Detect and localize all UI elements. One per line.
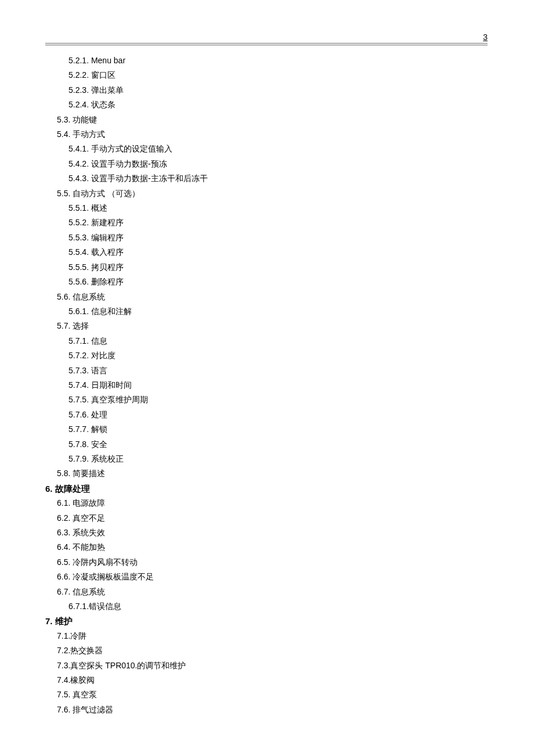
toc-entry: 5.2.3. 弹出菜单: [45, 83, 488, 98]
toc-entry: 5.7.1. 信息: [45, 334, 488, 348]
toc-number: 6.: [45, 484, 53, 494]
toc-title: 冷阱内风扇不转动: [73, 557, 138, 567]
toc-title: 真空不足: [73, 513, 105, 523]
toc-title: 安全: [91, 440, 107, 449]
toc-entry: 5.5.4. 载入程序: [45, 245, 488, 260]
toc-title: 日期和时间: [91, 380, 132, 390]
toc-title: 真空泵维护周期: [91, 395, 148, 404]
toc-entry: 5.7. 选择: [45, 319, 488, 333]
toc-entry: 5.6. 信息系统: [45, 290, 488, 304]
toc-title: 自动方式 （可选）: [73, 189, 140, 198]
toc-entry: 7. 维护: [45, 614, 488, 628]
toc-entry: 5.2.2. 窗口区: [45, 68, 488, 82]
toc-number: 5.7.4.: [68, 380, 89, 390]
toc-number: 6.3.: [57, 528, 70, 537]
toc-entry: 5.7.2. 对比度: [45, 348, 488, 363]
toc-title: 电源故障: [73, 498, 105, 507]
toc-entry: 7.1.冷阱: [45, 629, 488, 643]
toc-entry: 5.4. 手动方式: [45, 127, 488, 142]
toc-number: 5.5.2.: [68, 218, 89, 227]
toc-entry: 5.7.8. 安全: [45, 437, 488, 452]
toc-entry: 5.3. 功能键: [45, 113, 488, 127]
toc-title: 不能加热: [73, 542, 105, 552]
header-rule-2: [45, 45, 488, 45]
toc-number: 5.5.5.: [68, 262, 89, 272]
toc-title: 系统校正: [91, 454, 124, 463]
toc-number: 5.7.6.: [68, 410, 89, 419]
toc-number: 6.5.: [57, 557, 70, 567]
toc-title: 解锁: [91, 424, 107, 434]
toc-title: 弹出菜单: [91, 85, 124, 95]
toc-title: 手动方式的设定值输入: [91, 144, 172, 153]
toc-title: 窗口区: [91, 70, 116, 80]
toc-number: 5.5.4.: [68, 247, 89, 257]
toc-number: 6.4.: [57, 542, 70, 552]
toc-title: 冷阱: [70, 631, 86, 640]
toc-title: 功能键: [73, 115, 97, 124]
toc-title: 信息系统: [73, 587, 105, 596]
toc-title: 设置手动力数据-主冻干和后冻干: [91, 174, 208, 183]
toc-number: 7.4.: [57, 675, 70, 685]
toc-title: 对比度: [91, 351, 116, 360]
toc-number: 6.1.: [57, 498, 70, 507]
toc-title: 状态条: [91, 100, 116, 109]
toc-number: 5.4.3.: [68, 174, 89, 183]
toc-title: 手动方式: [73, 129, 105, 139]
toc-title: 概述: [91, 203, 107, 213]
toc-number: 5.2.1.: [68, 56, 89, 65]
toc-entry: 5.7.3. 语言: [45, 363, 488, 378]
toc-title: 冷凝或搁板板温度不足: [73, 572, 154, 581]
toc-number: 5.7.2.: [68, 351, 89, 360]
toc-title: 橡胶阀: [70, 675, 95, 685]
toc-entry: 5.5.5. 拷贝程序: [45, 260, 488, 275]
toc-title: 错误信息: [89, 602, 121, 611]
toc-entry: 5.6.1. 信息和注解: [45, 304, 488, 319]
toc-title: 真空探头 TPR010.的调节和维护: [70, 661, 186, 670]
toc-title: 信息和注解: [91, 307, 132, 316]
toc-title: 热交换器: [70, 646, 103, 655]
toc-entry: 5.2.1. Menu bar: [45, 53, 488, 68]
toc-entry: 5.8. 简要描述: [45, 466, 488, 481]
toc-number: 7.2.: [57, 646, 70, 655]
toc-entry: 7.5. 真空泵: [45, 687, 488, 702]
toc-number: 5.7.5.: [68, 395, 89, 404]
toc-entry: 5.2.4. 状态条: [45, 98, 488, 112]
toc-entry: 5.7.5. 真空泵维护周期: [45, 393, 488, 407]
document-page: 3 5.2.1. Menu bar5.2.2. 窗口区5.2.3. 弹出菜单5.…: [0, 0, 534, 756]
table-of-contents: 5.2.1. Menu bar5.2.2. 窗口区5.2.3. 弹出菜单5.2.…: [45, 53, 488, 717]
toc-number: 5.5.6.: [68, 277, 89, 286]
toc-entry: 5.4.2. 设置手动力数据-预冻: [45, 157, 488, 171]
toc-entry: 5.7.9. 系统校正: [45, 452, 488, 466]
toc-number: 5.7.7.: [68, 424, 89, 434]
toc-number: 7.1.: [57, 631, 70, 640]
page-number: 3: [483, 33, 488, 42]
toc-entry: 5.7.4. 日期和时间: [45, 378, 488, 393]
toc-entry: 5.7.6. 处理: [45, 408, 488, 422]
toc-number: 7.3.: [57, 661, 70, 670]
toc-number: 7.: [45, 616, 53, 626]
toc-number: 5.4.2.: [68, 159, 89, 168]
toc-title: 选择: [73, 321, 89, 330]
toc-entry: 6.7. 信息系统: [45, 585, 488, 599]
toc-entry: 5.5.1. 概述: [45, 201, 488, 215]
toc-title: 处理: [91, 410, 107, 419]
toc-title: 排气过滤器: [73, 705, 113, 714]
toc-number: 5.4.1.: [68, 144, 89, 153]
toc-entry: 5.5.6. 删除程序: [45, 275, 488, 289]
toc-title: 语言: [91, 366, 107, 375]
toc-entry: 5.5.2. 新建程序: [45, 215, 488, 230]
toc-title: 真空泵: [73, 690, 97, 699]
toc-number: 5.7.3.: [68, 366, 89, 375]
toc-entry: 5.4.1. 手动方式的设定值输入: [45, 142, 488, 156]
toc-entry: 5.7.7. 解锁: [45, 422, 488, 437]
toc-entry: 6.5. 冷阱内风扇不转动: [45, 555, 488, 570]
toc-title: 设置手动力数据-预冻: [91, 159, 167, 168]
toc-number: 5.6.1.: [68, 307, 89, 316]
toc-number: 5.7.: [57, 321, 70, 330]
toc-title: 拷贝程序: [91, 262, 124, 272]
toc-number: 5.7.9.: [68, 454, 89, 463]
toc-entry: 5.5.3. 编辑程序: [45, 231, 488, 245]
toc-entry: 6.2. 真空不足: [45, 511, 488, 525]
toc-entry: 5.5. 自动方式 （可选）: [45, 186, 488, 201]
toc-number: 5.8.: [57, 469, 70, 478]
